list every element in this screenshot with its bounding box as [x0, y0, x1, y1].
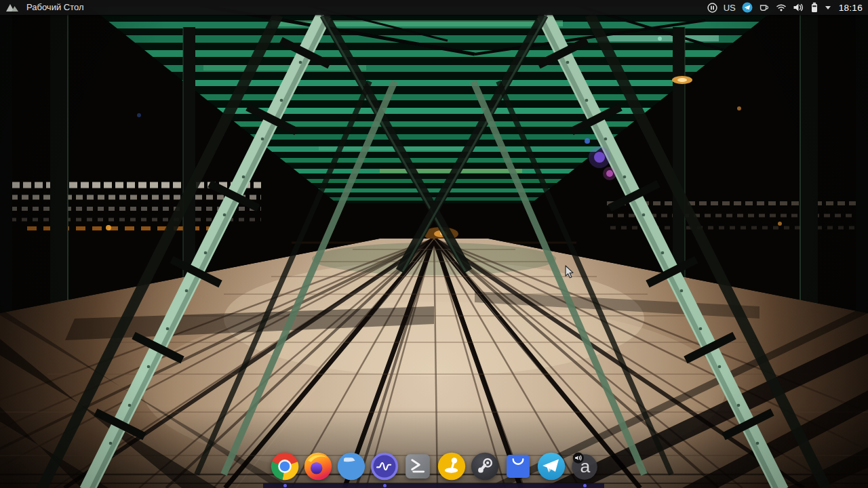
wave-monitor-icon[interactable] — [370, 451, 399, 481]
file-manager-icon[interactable] — [336, 451, 366, 481]
telegram-icon[interactable] — [536, 451, 566, 481]
pause-indicator-icon[interactable] — [707, 0, 717, 15]
active-window-title: Рабочий Стол — [26, 0, 84, 15]
caffeine-cup-icon[interactable] — [759, 0, 770, 15]
wallpaper-bridge-photo — [0, 0, 868, 488]
running-indicator — [383, 484, 387, 487]
chevron-down-icon[interactable] — [825, 0, 831, 15]
keyboard-layout-indicator[interactable]: US — [724, 0, 736, 15]
wifi-icon[interactable] — [776, 0, 787, 15]
mouse-cursor — [565, 265, 574, 279]
top-panel: Рабочий Стол US — [0, 0, 868, 15]
terminal-icon[interactable] — [403, 451, 433, 481]
running-indicator — [283, 484, 287, 487]
dock-strip — [263, 483, 604, 488]
volume-icon[interactable] — [793, 0, 804, 15]
desktop: Рабочий Стол US — [0, 0, 868, 488]
system-tray: US — [707, 0, 868, 15]
running-indicator — [583, 484, 587, 487]
telegram-tray-icon[interactable] — [742, 0, 753, 15]
dock: a — [0, 447, 868, 488]
audio-player-a-icon[interactable]: a — [570, 451, 599, 481]
chrome-icon[interactable] — [270, 451, 300, 481]
mountains-logo-icon[interactable] — [5, 2, 19, 13]
battery-icon[interactable] — [810, 0, 818, 15]
firefox-icon[interactable] — [303, 451, 333, 481]
games-joystick-icon[interactable] — [437, 451, 467, 481]
steam-icon[interactable] — [470, 451, 500, 481]
app-store-icon[interactable] — [503, 451, 533, 481]
clock[interactable]: 18:16 — [839, 3, 865, 13]
